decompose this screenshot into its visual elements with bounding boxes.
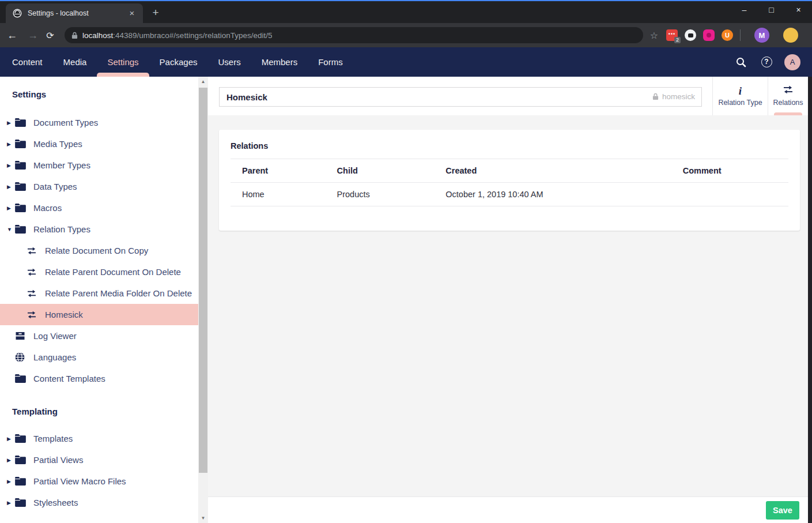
- chrome-profile-avatar[interactable]: M: [754, 28, 769, 43]
- window-close-button[interactable]: ×: [785, 1, 812, 20]
- url-host: localhost: [82, 31, 113, 40]
- extension-pink-icon[interactable]: [703, 29, 715, 41]
- browser-tabstrip: Settings - localhost × + – □ ×: [0, 0, 812, 23]
- help-icon[interactable]: ?: [759, 55, 774, 70]
- top-nav-right: ? A: [734, 54, 800, 70]
- editor-main: homesick i Relation Type Relations Relat…: [208, 77, 808, 523]
- tree-item-content-templates[interactable]: Content Templates: [0, 368, 198, 389]
- caret-right-icon[interactable]: ▶: [6, 479, 15, 484]
- caret-right-icon[interactable]: ▶: [6, 205, 15, 211]
- window-accent-line: [0, 0, 812, 1]
- extension-badge: 2: [674, 37, 681, 43]
- nav-item-users[interactable]: Users: [207, 47, 251, 77]
- relation-type-name-input[interactable]: [219, 87, 702, 107]
- folder-icon: [15, 161, 27, 170]
- tree-item-macros[interactable]: ▶ Macros: [0, 197, 198, 219]
- tree-item-document-types[interactable]: ▶ Document Types: [0, 112, 198, 133]
- tree-item-media-types[interactable]: ▶ Media Types: [0, 133, 198, 155]
- back-button[interactable]: ←: [3, 29, 21, 42]
- tree-item-partial-view-macro-files[interactable]: ▶ Partial View Macro Files: [0, 471, 198, 492]
- caret-down-icon[interactable]: ▼: [6, 227, 15, 232]
- tree-item-relate-parent-media-folder-on-delete[interactable]: Relate Parent Media Folder On Delete: [0, 283, 198, 304]
- folder-icon: [15, 456, 27, 464]
- https-lock-icon: [71, 32, 78, 39]
- reload-button[interactable]: ⟳: [41, 30, 59, 41]
- name-field-wrap: homesick: [219, 87, 702, 115]
- nav-item-media[interactable]: Media: [53, 47, 97, 77]
- info-icon: i: [739, 86, 742, 96]
- editor-tabs: i Relation Type Relations: [712, 77, 808, 115]
- folder-icon: [15, 140, 27, 148]
- caret-right-icon[interactable]: ▶: [6, 500, 15, 506]
- tree-item-templates[interactable]: ▶ Templates: [0, 428, 198, 449]
- window-minimize-button[interactable]: –: [731, 1, 758, 20]
- log-viewer-box-icon: [15, 332, 27, 340]
- tree-item-homesick[interactable]: Homesick: [0, 304, 198, 325]
- globe-icon: [15, 352, 27, 362]
- user-avatar[interactable]: A: [784, 54, 800, 70]
- save-button[interactable]: Save: [766, 501, 799, 520]
- alias-badge: homesick: [652, 92, 695, 101]
- tree-item-partial-views[interactable]: ▶ Partial Views: [0, 449, 198, 471]
- new-tab-button[interactable]: +: [149, 6, 163, 20]
- chrome-profile-avatar-2[interactable]: [783, 28, 798, 43]
- column-header-child: Child: [326, 159, 435, 183]
- relations-table: Parent Child Created Comment Home Produc…: [231, 159, 788, 206]
- active-tab-indicator: [774, 112, 802, 115]
- nav-item-settings[interactable]: Settings: [97, 47, 149, 77]
- relations-panel: Relations Parent Child Created Comment H…: [219, 130, 800, 231]
- browser-toolbar: ← → ⟳ localhost:44389/umbraco#/settings/…: [0, 23, 812, 47]
- bookmark-star-icon[interactable]: ☆: [650, 30, 658, 41]
- tab-close-icon[interactable]: ×: [127, 8, 137, 18]
- search-icon[interactable]: [734, 55, 749, 70]
- tree-item-stylesheets[interactable]: ▶ Stylesheets: [0, 492, 198, 513]
- caret-right-icon[interactable]: ▶: [6, 457, 15, 463]
- address-bar[interactable]: localhost:44389/umbraco#/settings/relati…: [65, 27, 643, 43]
- forward-button[interactable]: →: [24, 29, 41, 42]
- window-edge-scrollbar[interactable]: [808, 77, 812, 523]
- window-controls: – □ ×: [731, 1, 812, 20]
- tree-item-member-types[interactable]: ▶ Member Types: [0, 155, 198, 176]
- extension-red-icon[interactable]: ••• 2: [666, 29, 678, 41]
- caret-right-icon[interactable]: ▶: [6, 184, 15, 190]
- caret-right-icon[interactable]: ▶: [6, 141, 15, 147]
- folder-icon: [15, 374, 27, 383]
- relations-table-row: Home Products October 1, 2019 10:40 AM: [231, 183, 788, 206]
- nav-item-packages[interactable]: Packages: [149, 47, 208, 77]
- settings-tree-sidebar: Settings ▶ Document Types ▶ Media Types …: [0, 77, 198, 523]
- extension-umbraco-icon[interactable]: U: [722, 29, 733, 41]
- extension-white-icon[interactable]: [685, 29, 696, 41]
- nav-item-members[interactable]: Members: [251, 47, 308, 77]
- folder-open-icon: [15, 225, 27, 234]
- tree-item-data-types[interactable]: ▶ Data Types: [0, 176, 198, 197]
- caret-right-icon[interactable]: ▶: [6, 436, 15, 442]
- scrollbar-thumb[interactable]: [199, 88, 207, 473]
- url-text: localhost:44389/umbraco#/settings/relati…: [82, 31, 272, 40]
- caret-right-icon[interactable]: ▶: [6, 163, 15, 168]
- tree-item-relate-parent-document-on-delete[interactable]: Relate Parent Document On Delete: [0, 261, 198, 283]
- tab-favicon-globe-icon: [13, 9, 22, 18]
- caret-right-icon[interactable]: ▶: [6, 120, 15, 126]
- relation-arrows-icon: [783, 85, 794, 96]
- folder-icon: [15, 182, 27, 191]
- nav-item-forms[interactable]: Forms: [308, 47, 353, 77]
- window-maximize-button[interactable]: □: [758, 1, 785, 20]
- folder-icon: [15, 434, 27, 443]
- tree-item-log-viewer[interactable]: Log Viewer: [0, 325, 198, 347]
- tree-item-relation-types[interactable]: ▼ Relation Types: [0, 219, 198, 240]
- tab-relations[interactable]: Relations: [768, 77, 808, 115]
- folder-icon: [15, 204, 27, 212]
- tree-item-languages[interactable]: Languages: [0, 347, 198, 368]
- extension-red-dots: •••: [669, 31, 675, 37]
- scrollbar-up-arrow-icon[interactable]: ▲: [198, 77, 208, 86]
- alias-text: homesick: [662, 92, 695, 101]
- extensions-row: ••• 2 U M: [666, 28, 805, 43]
- tree-item-relate-document-on-copy[interactable]: Relate Document On Copy: [0, 240, 198, 261]
- relation-arrows-icon: [27, 268, 38, 276]
- scrollbar-down-arrow-icon[interactable]: ▼: [198, 513, 208, 523]
- sidebar-scrollbar[interactable]: ▲ ▼: [198, 77, 208, 523]
- tab-relation-type[interactable]: i Relation Type: [712, 77, 768, 115]
- browser-tab[interactable]: Settings - localhost ×: [6, 3, 143, 23]
- nav-item-content[interactable]: Content: [2, 47, 53, 77]
- column-header-parent: Parent: [231, 159, 326, 183]
